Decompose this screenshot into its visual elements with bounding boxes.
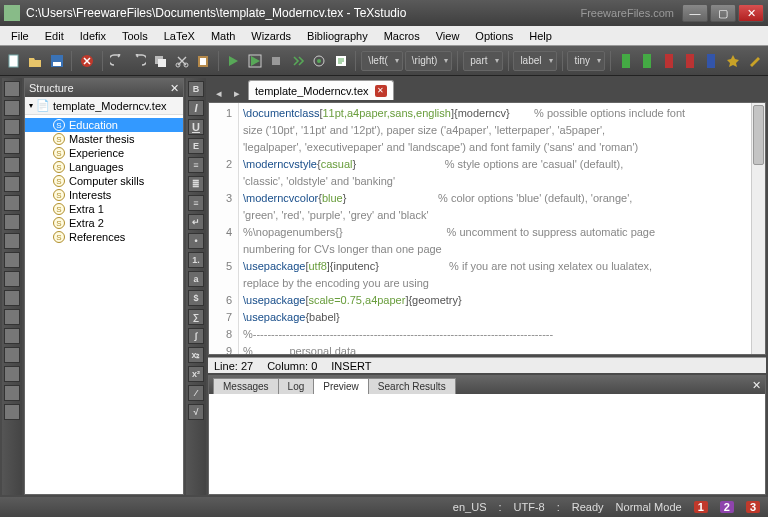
sidebar-symbols-button[interactable] <box>4 119 20 135</box>
menu-edit[interactable]: Edit <box>38 28 71 44</box>
code-editor[interactable]: 1 2 3 4 5 678910111213 14 15 \documentcl… <box>208 102 766 355</box>
subscript-button[interactable]: x₂ <box>188 347 204 363</box>
save-button[interactable] <box>47 50 66 72</box>
badge-badboxes[interactable]: 3 <box>746 501 760 513</box>
code-content[interactable]: \documentclass[11pt,a4paper,sans,english… <box>239 103 751 354</box>
sidebar-structure-button[interactable] <box>4 81 20 97</box>
tab-prev-icon[interactable]: ◂ <box>212 86 226 100</box>
menu-latex[interactable]: LaTeX <box>157 28 202 44</box>
label-dropdown[interactable]: label <box>513 51 556 71</box>
status-lang[interactable]: en_US <box>453 501 487 513</box>
menu-tools[interactable]: Tools <box>115 28 155 44</box>
badge-errors[interactable]: 1 <box>694 501 708 513</box>
messages-close-icon[interactable]: ✕ <box>752 379 761 392</box>
tree-item-computer-skills[interactable]: SComputer skills <box>25 174 183 188</box>
size-dropdown[interactable]: tiny <box>567 51 605 71</box>
tree-item-languages[interactable]: SLanguages <box>25 160 183 174</box>
tree-item-references[interactable]: SReferences <box>25 230 183 244</box>
compile-button[interactable] <box>288 50 307 72</box>
superscript-button[interactable]: x² <box>188 366 204 382</box>
align-center-button[interactable]: ≣ <box>188 176 204 192</box>
tree-item-master-thesis[interactable]: SMaster thesis <box>25 132 183 146</box>
tree-item-extra-1[interactable]: SExtra 1 <box>25 202 183 216</box>
undo-button[interactable] <box>108 50 127 72</box>
marker-green-button[interactable] <box>616 50 635 72</box>
editor-scrollbar[interactable] <box>751 103 765 354</box>
marker-red2-button[interactable] <box>680 50 699 72</box>
redo-button[interactable] <box>129 50 148 72</box>
menu-wizards[interactable]: Wizards <box>244 28 298 44</box>
marker-green2-button[interactable] <box>637 50 656 72</box>
collapse-icon[interactable]: ▾ <box>29 101 33 110</box>
sidebar-pstricks-button[interactable] <box>4 328 20 344</box>
menu-file[interactable]: File <box>4 28 36 44</box>
sidebar-mru-button[interactable] <box>4 309 20 325</box>
numbered-eq-button[interactable]: ∫ <box>188 328 204 344</box>
display-math-button[interactable]: ∑ <box>188 309 204 325</box>
minimize-button[interactable]: — <box>682 4 708 22</box>
structure-root[interactable]: ▾ 📄 template_Moderncv.tex <box>25 97 183 115</box>
sidebar-relations-button[interactable] <box>4 157 20 173</box>
sidebar-cyrillic-button[interactable] <box>4 233 20 249</box>
maximize-button[interactable]: ▢ <box>710 4 736 22</box>
status-encoding[interactable]: UTF-8 <box>514 501 545 513</box>
left-delim-dropdown[interactable]: \left( <box>361 51 402 71</box>
new-file-button[interactable] <box>4 50 23 72</box>
menu-view[interactable]: View <box>429 28 467 44</box>
tree-item-education[interactable]: SEducation <box>25 118 183 132</box>
align-left-button[interactable]: ≡ <box>188 157 204 173</box>
msg-tab-log[interactable]: Log <box>278 378 315 394</box>
tree-item-experience[interactable]: SExperience <box>25 146 183 160</box>
tab-close-icon[interactable]: ✕ <box>375 85 387 97</box>
cut-button[interactable] <box>172 50 191 72</box>
sidebar-operators-button[interactable] <box>4 138 20 154</box>
frac-button[interactable]: ⁄ <box>188 385 204 401</box>
sidebar-asy-button[interactable] <box>4 385 20 401</box>
sidebar-arrows-button[interactable] <box>4 176 20 192</box>
sidebar-greek-button[interactable] <box>4 214 20 230</box>
menu-bibliography[interactable]: Bibliography <box>300 28 375 44</box>
italic-button[interactable]: I <box>188 100 204 116</box>
document-tab[interactable]: template_Moderncv.tex ✕ <box>248 80 394 100</box>
menu-idefix[interactable]: Idefix <box>73 28 113 44</box>
msg-tab-messages[interactable]: Messages <box>213 378 279 394</box>
align-right-button[interactable]: ≡ <box>188 195 204 211</box>
description-button[interactable]: a <box>188 271 204 287</box>
menu-help[interactable]: Help <box>522 28 559 44</box>
inline-math-button[interactable]: $ <box>188 290 204 306</box>
build-view-button[interactable] <box>245 50 264 72</box>
right-delim-dropdown[interactable]: \right) <box>405 51 453 71</box>
sidebar-beamer-button[interactable] <box>4 404 20 420</box>
close-button[interactable]: ✕ <box>738 4 764 22</box>
view-log-button[interactable] <box>331 50 350 72</box>
itemize-button[interactable]: • <box>188 233 204 249</box>
sidebar-delimiters-button[interactable] <box>4 195 20 211</box>
part-dropdown[interactable]: part <box>463 51 502 71</box>
emphasis-button[interactable]: E <box>188 138 204 154</box>
newline-button[interactable]: ↵ <box>188 214 204 230</box>
scrollbar-thumb[interactable] <box>753 105 764 165</box>
msg-tab-preview[interactable]: Preview <box>313 378 369 394</box>
msg-tab-search-results[interactable]: Search Results <box>368 378 456 394</box>
structure-close-icon[interactable]: ✕ <box>170 82 179 95</box>
menu-macros[interactable]: Macros <box>377 28 427 44</box>
sidebar-tikz-button[interactable] <box>4 366 20 382</box>
bold-button[interactable]: B <box>188 81 204 97</box>
sidebar-misc-math-button[interactable] <box>4 252 20 268</box>
view-button[interactable] <box>310 50 329 72</box>
sqrt-button[interactable]: √ <box>188 404 204 420</box>
sidebar-metapost-button[interactable] <box>4 347 20 363</box>
sidebar-bookmarks-button[interactable] <box>4 100 20 116</box>
marker-blue-button[interactable] <box>702 50 721 72</box>
enumerate-button[interactable]: 1. <box>188 252 204 268</box>
menu-math[interactable]: Math <box>204 28 242 44</box>
wizard-button[interactable] <box>723 50 742 72</box>
close-doc-button[interactable] <box>77 50 96 72</box>
build-button[interactable] <box>224 50 243 72</box>
sidebar-misc-text-button[interactable] <box>4 271 20 287</box>
tree-item-interests[interactable]: SInterests <box>25 188 183 202</box>
badge-warnings[interactable]: 2 <box>720 501 734 513</box>
marker-red-button[interactable] <box>659 50 678 72</box>
sidebar-favorites-button[interactable] <box>4 290 20 306</box>
paste-button[interactable] <box>193 50 212 72</box>
